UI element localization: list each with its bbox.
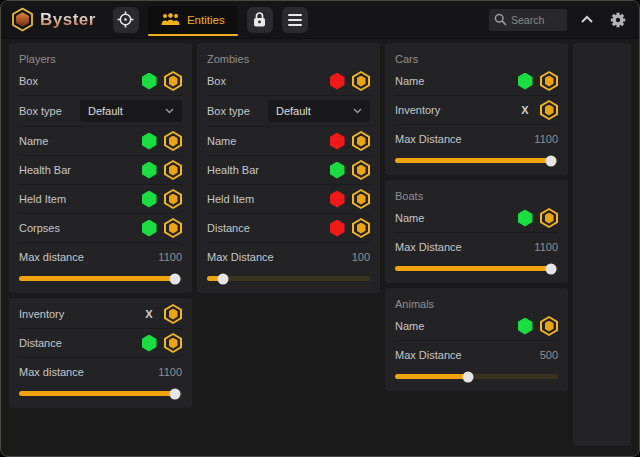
max-distance-slider[interactable]	[395, 374, 558, 379]
color-swatch[interactable]	[540, 100, 558, 120]
row-box-type: Box type Default	[207, 96, 370, 127]
row-label: Corpses	[19, 222, 60, 234]
panel-animals: Animals Name X Max Distance 500	[385, 288, 568, 391]
search-icon	[494, 13, 507, 26]
color-swatch[interactable]	[352, 131, 370, 151]
color-swatch[interactable]	[164, 71, 182, 91]
row-label: Name	[207, 135, 236, 147]
panel-title: Cars	[395, 43, 558, 67]
x-icon: X	[521, 105, 528, 116]
color-swatch[interactable]	[164, 333, 182, 353]
color-swatch[interactable]	[540, 316, 558, 336]
slider-thumb[interactable]	[170, 388, 181, 399]
slider-fill	[395, 374, 468, 379]
color-swatch[interactable]	[540, 208, 558, 228]
box-type-select[interactable]: Default	[80, 100, 182, 122]
lock-icon	[252, 11, 267, 28]
color-swatch[interactable]	[352, 218, 370, 238]
row-label: Box type	[207, 105, 250, 117]
color-swatch[interactable]	[164, 218, 182, 238]
slider-thumb[interactable]	[546, 263, 557, 274]
row-label: Inventory	[395, 104, 440, 116]
color-swatch[interactable]	[164, 189, 182, 209]
menu-button[interactable]	[282, 7, 308, 33]
toggle-hexagon[interactable]: X	[517, 101, 533, 119]
max-distance-slider[interactable]	[19, 391, 182, 396]
app-window: Byster Entities	[0, 0, 640, 457]
toggle-hexagon[interactable]: X	[329, 72, 345, 90]
row-box-type: Box type Default	[19, 96, 182, 127]
slider-thumb[interactable]	[218, 273, 229, 284]
hexagon-icon	[330, 162, 345, 179]
hexagon-icon	[142, 133, 157, 150]
tab-entities[interactable]: Entities	[148, 6, 238, 34]
color-swatch[interactable]	[352, 189, 370, 209]
max-distance-slider[interactable]	[19, 276, 182, 281]
hexagon-icon	[518, 210, 533, 227]
max-distance-slider[interactable]	[207, 276, 370, 281]
color-swatch[interactable]	[540, 71, 558, 91]
color-swatch[interactable]	[164, 304, 182, 324]
row-held-item: Held Item X	[19, 185, 182, 214]
settings-button[interactable]	[607, 9, 629, 31]
max-distance-slider[interactable]	[395, 266, 558, 271]
row-name: Name X	[395, 312, 558, 341]
lock-button[interactable]	[247, 7, 273, 33]
toggle-hexagon[interactable]: X	[517, 72, 533, 90]
toggle-hexagon[interactable]: X	[329, 219, 345, 237]
max-distance-head: Max distance 1100	[19, 360, 182, 384]
hexagon-icon	[330, 73, 345, 90]
chevron-down-icon	[165, 108, 174, 114]
row-name: Name X	[19, 127, 182, 156]
row-label: Name	[19, 135, 48, 147]
logo-icon	[11, 7, 34, 32]
row-inventory: Inventory X	[19, 300, 182, 329]
slider-value: 1100	[158, 366, 182, 378]
max-distance-head: Max Distance 1100	[395, 235, 558, 259]
max-distance-head: Max Distance 100	[207, 245, 370, 269]
max-distance-head: Max Distance 1100	[395, 127, 558, 151]
row-name: Name X	[395, 204, 558, 233]
collapse-button[interactable]	[576, 9, 598, 31]
search-box	[489, 9, 567, 31]
aim-button[interactable]	[113, 7, 139, 33]
toggle-hexagon[interactable]: X	[141, 334, 157, 352]
gear-icon	[609, 11, 627, 29]
hexagon-icon	[330, 220, 345, 237]
toggle-hexagon[interactable]: X	[517, 317, 533, 335]
max-distance-head: Max distance 1100	[19, 245, 182, 269]
toggle-hexagon[interactable]: X	[141, 132, 157, 150]
row-distance: Distance X	[19, 329, 182, 358]
slider-thumb[interactable]	[546, 155, 557, 166]
toggle-hexagon[interactable]: X	[141, 219, 157, 237]
slider-fill	[19, 391, 175, 396]
panel-boats: Boats Name X Max Distance 1100	[385, 180, 568, 283]
slider-thumb[interactable]	[463, 371, 474, 382]
color-swatch[interactable]	[352, 71, 370, 91]
row-label: Health Bar	[207, 164, 259, 176]
color-swatch[interactable]	[164, 131, 182, 151]
chevron-up-icon	[580, 15, 594, 24]
hexagon-icon	[330, 133, 345, 150]
toggle-hexagon[interactable]: X	[329, 132, 345, 150]
crosshair-icon	[117, 11, 134, 28]
toggle-hexagon[interactable]: X	[329, 161, 345, 179]
color-swatch[interactable]	[352, 160, 370, 180]
color-swatch[interactable]	[164, 160, 182, 180]
toggle-hexagon[interactable]: X	[141, 190, 157, 208]
row-label: Health Bar	[19, 164, 71, 176]
toggle-hexagon[interactable]: X	[141, 161, 157, 179]
box-type-select[interactable]: Default	[268, 100, 370, 122]
max-distance-slider[interactable]	[395, 158, 558, 163]
column-1: Players Box X Box type Default	[9, 43, 192, 408]
column-3: Cars Name X Inventory X Max	[385, 43, 568, 391]
toggle-hexagon[interactable]: X	[329, 190, 345, 208]
users-icon	[161, 13, 180, 26]
toggle-hexagon[interactable]: X	[517, 209, 533, 227]
slider-thumb[interactable]	[170, 273, 181, 284]
row-label: Inventory	[19, 308, 64, 320]
panel-title: Animals	[395, 288, 558, 312]
row-label: Box type	[19, 105, 62, 117]
toggle-hexagon[interactable]: X	[141, 305, 157, 323]
toggle-hexagon[interactable]: X	[141, 72, 157, 90]
